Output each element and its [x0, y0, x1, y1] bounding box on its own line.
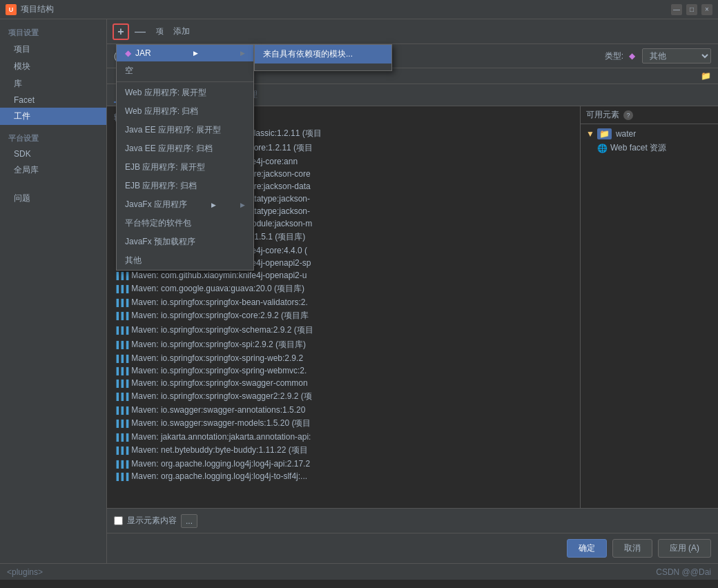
output-item[interactable]: ▐▐▐Maven: io.springfox:springfox-bean-va… [107, 296, 580, 308]
web-app-archive-label: Web 应用程序: 归档 [125, 106, 198, 117]
output-item[interactable]: ▐▐▐Maven: io.springfox:springfox-swagger… [107, 389, 580, 404]
sidebar-item-facet[interactable]: Facet [0, 92, 106, 108]
available-elements-panel: 可用元素 ? ▼ 📁 water 🌐 Web facet 资源 [580, 106, 718, 508]
output-item[interactable]: ▐▐▐Maven: io.springfox:springfox-schema:… [107, 323, 580, 337]
issues-section: 问题 [0, 182, 106, 210]
add-menu-platform[interactable]: 平台特定的软件包 [117, 214, 253, 233]
output-item[interactable]: ▐▐▐Maven: io.springfox:springfox-core:2.… [107, 308, 580, 323]
available-elements-help[interactable]: ? [623, 110, 633, 120]
platform-settings-title: 平台设置 [0, 130, 106, 146]
artifact-type-select[interactable]: 其他 JAR WAR [642, 48, 711, 63]
more-button[interactable]: ... [181, 514, 197, 528]
minimize-button[interactable]: — [671, 4, 682, 15]
output-item[interactable]: ▐▐▐Maven: io.swagger:swagger-annotations… [107, 404, 580, 416]
bottom-bar: 显示元素内容 ... [107, 508, 718, 533]
empty-label: 空 [125, 65, 133, 77]
submenu-arrow: ▶ [193, 50, 198, 57]
output-item[interactable]: ▐▐▐Maven: jakarta.annotation:jakarta.ann… [107, 431, 580, 443]
add-menu-javafx[interactable]: JavaFx 应用程序 ▶ [117, 195, 253, 214]
sidebar-item-sdk[interactable]: SDK [0, 146, 106, 161]
web-app-exploded-label: Web 应用程序: 展开型 [125, 87, 206, 99]
add-menu-javaee-exploded[interactable]: Java EE 应用程序: 展开型 [117, 121, 253, 139]
jar-gem-icon: ◆ [125, 48, 131, 58]
output-item[interactable]: ▐▐▐Maven: io.springfox:springfox-spring-… [107, 352, 580, 364]
add-label[interactable]: 添加 [173, 26, 190, 37]
app-icon: U [6, 4, 17, 15]
sidebar-item-libraries[interactable]: 库 [0, 75, 106, 92]
add-menu-ejb-archive[interactable]: EJB 应用程序: 归档 [117, 177, 253, 195]
folder-icon: ▼ [586, 129, 594, 139]
close-button[interactable]: × [701, 4, 712, 15]
tree-item-web-facet[interactable]: 🌐 Web facet 资源 [581, 141, 718, 155]
dialog-buttons: 确定 取消 应用 (A) [107, 533, 718, 563]
sidebar-item-artifacts[interactable]: 工件 [0, 108, 106, 125]
javafx-submenu-arrow: ▶ [211, 202, 216, 208]
sidebar-item-project[interactable]: 项目 [0, 41, 106, 58]
available-elements-tree: ▼ 📁 water 🌐 Web facet 资源 [581, 124, 718, 508]
add-menu-empty[interactable]: 空 [117, 61, 253, 80]
copy-artifact-button[interactable]: 项 [151, 23, 168, 40]
tree-item-water[interactable]: ▼ 📁 water [581, 127, 718, 141]
status-user: CSDN @@Dai [656, 567, 711, 577]
main-container: 项目设置 项目 模块 库 Facet 工件 平台设置 SDK 全局库 问题 + … [0, 19, 718, 563]
tree-item-label: water [616, 129, 636, 139]
output-item[interactable]: ▐▐▐Maven: org.apache.logging.log4j:log4j… [107, 458, 580, 470]
web-facet-icon: 🌐 [597, 144, 608, 153]
show-elements-label: 显示元素内容 [127, 515, 177, 527]
add-menu-jar[interactable]: ◆ JAR ▶ [117, 45, 253, 61]
output-item[interactable]: ▐▐▐Maven: com.github.xiaoymin:knife4j-op… [107, 269, 580, 282]
other-label: 其他 [125, 255, 142, 266]
folder-badge: 📁 [597, 128, 612, 139]
separator [117, 81, 253, 82]
add-menu-javaee-archive[interactable]: Java EE 应用程序: 归档 [117, 139, 253, 158]
add-menu-web-app-archive[interactable]: Web 应用程序: 归档 [117, 102, 253, 121]
available-elements-header: 可用元素 ? [581, 106, 718, 124]
output-item[interactable]: ▐▐▐Maven: io.springfox:springfox-spi:2.9… [107, 337, 580, 352]
show-elements-checkbox[interactable] [114, 516, 123, 525]
cancel-button[interactable]: 取消 [612, 539, 652, 558]
output-item[interactable]: ▐▐▐Maven: io.springfox:springfox-spring-… [107, 364, 580, 377]
add-menu-other[interactable]: 其他 [117, 251, 253, 270]
javaee-exploded-label: Java EE 应用程序: 展开型 [125, 124, 221, 136]
platform-label: 平台特定的软件包 [125, 217, 191, 229]
sidebar-item-global-libs[interactable]: 全局库 [0, 161, 106, 179]
artifact-type-label: 类型: [605, 50, 623, 62]
toolbar: + — 项 添加 [107, 19, 718, 44]
status-left: <plugins> [7, 567, 43, 577]
tree-item-label: Web facet 资源 [610, 142, 666, 154]
add-menu-javafx-preloader[interactable]: JavaFx 预加载程序 [117, 233, 253, 251]
apply-button[interactable]: 应用 (A) [658, 539, 711, 558]
sidebar: 项目设置 项目 模块 库 Facet 工件 平台设置 SDK 全局库 问题 [0, 19, 107, 563]
browse-folder-button[interactable]: 📁 [701, 71, 711, 81]
output-item[interactable]: ▐▐▐Maven: org.apache.logging.log4j:log4j… [107, 470, 580, 482]
type-icon: ◆ [629, 51, 635, 61]
project-settings-section: 项目设置 项目 模块 库 Facet 工件 [0, 22, 106, 128]
add-artifact-button[interactable]: + [113, 23, 129, 40]
output-item[interactable]: ▐▐▐Maven: io.swagger:swagger-models:1.5.… [107, 416, 580, 431]
project-settings-title: 项目设置 [0, 25, 106, 41]
add-menu-web-app-exploded[interactable]: Web 应用程序: 展开型 [117, 84, 253, 102]
ok-button[interactable]: 确定 [567, 539, 607, 558]
output-item[interactable]: ▐▐▐Maven: net.bytebuddy:byte-buddy:1.11.… [107, 443, 580, 458]
javaee-archive-label: Java EE 应用程序: 归档 [125, 143, 213, 155]
sidebar-item-modules[interactable]: 模块 [0, 58, 106, 75]
add-main-menu: ◆ JAR ▶ 空 Web 应用程序: 展开型 Web 应用程序: 归档 Jav… [116, 44, 254, 271]
output-item[interactable]: ▐▐▐Maven: io.springfox:springfox-swagger… [107, 377, 580, 389]
window-controls: — □ × [671, 4, 712, 15]
javafx-label: JavaFx 应用程序 [125, 199, 187, 210]
jar-label: JAR [135, 48, 151, 58]
javafx-preloader-label: JavaFx 预加载程序 [125, 236, 195, 248]
status-bar: <plugins> CSDN @@Dai [0, 563, 718, 580]
platform-settings-section: 平台设置 SDK 全局库 [0, 128, 106, 182]
add-menu-ejb-exploded[interactable]: EJB 应用程序: 展开型 [117, 158, 253, 177]
sidebar-item-issues[interactable]: 问题 [0, 190, 106, 207]
remove-artifact-button[interactable]: — [132, 23, 148, 40]
ejb-archive-label: EJB 应用程序: 归档 [125, 180, 197, 192]
available-elements-title: 可用元素 [586, 109, 619, 121]
status-right: CSDN @@Dai [656, 567, 711, 577]
window-title: 项目结构 [21, 3, 671, 15]
title-bar: U 项目结构 — □ × [0, 0, 718, 19]
ejb-exploded-label: EJB 应用程序: 展开型 [125, 161, 205, 173]
output-item[interactable]: ▐▐▐Maven: com.google.guava:guava:20.0 (项… [107, 282, 580, 296]
maximize-button[interactable]: □ [686, 4, 697, 15]
